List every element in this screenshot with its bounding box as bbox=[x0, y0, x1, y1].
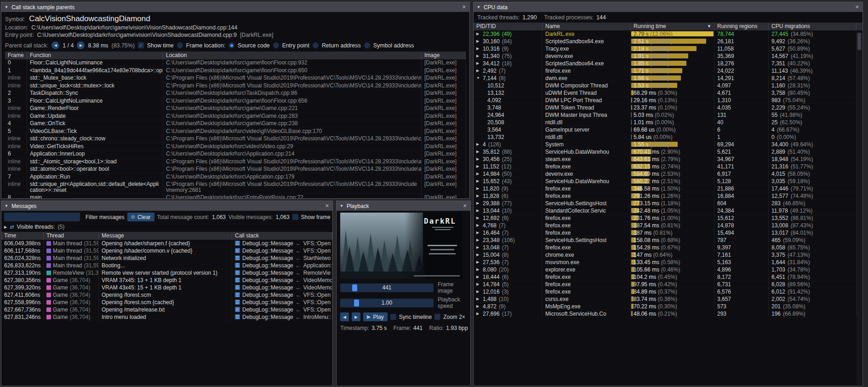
close-icon[interactable]: ✕ bbox=[855, 4, 859, 10]
column-header-running-time[interactable]: Running time ▼ bbox=[631, 23, 714, 30]
cpu-row[interactable]: 4,092DWM LPC Port Thread29.16 ms (0.13%)… bbox=[474, 97, 857, 104]
expand-tree-icon[interactable]: ▶ bbox=[476, 45, 480, 52]
cpu-row[interactable]: ▶11,828(6)firefox.exe291.26 ms (1.26%)16… bbox=[474, 192, 857, 200]
radio-source-code[interactable] bbox=[228, 42, 234, 48]
cpu-row[interactable]: 24,964DWM Master Input Threa5.03 ms (0.0… bbox=[474, 111, 857, 119]
clear-button[interactable]: ⊘ Clear bbox=[127, 213, 154, 221]
cpu-row[interactable]: ▶11,820(9)firefox.exe346.58 ms (1.50%)21… bbox=[474, 185, 857, 192]
expand-tree-icon[interactable]: ▶ bbox=[476, 295, 480, 302]
cpu-row[interactable]: ▶14,784(5)firefox.exe97.95 ms (0.42%)6,7… bbox=[474, 281, 857, 288]
show-frame-checkbox[interactable] bbox=[292, 214, 298, 220]
cpu-scrollbar-thumb[interactable] bbox=[857, 33, 861, 50]
cpu-row[interactable]: ▶13,048(7)firefox.exe154.28 ms (0.67%)9,… bbox=[474, 244, 857, 251]
cpu-row[interactable]: ▶4,872(9)MsMpEng.exe70.22 ms (0.30%)5732… bbox=[474, 303, 857, 310]
message-callstack[interactable]: DebugLog::Message←VFS::Open bbox=[232, 240, 332, 247]
cpu-row[interactable]: 3,564GameInput server69.68 us (0.00%)64(… bbox=[474, 126, 857, 133]
collapse-icon[interactable]: ▼ bbox=[477, 5, 480, 9]
message-callstack[interactable]: DebugLog::Message←VFS::Open bbox=[232, 291, 332, 298]
column-header-callstack[interactable]: Call stack bbox=[232, 232, 332, 240]
message-row[interactable]: 626,024,328nsMain thread(31,596)Network … bbox=[1, 254, 332, 262]
step-forward-button[interactable]: ▶ bbox=[352, 312, 360, 321]
cpu-row[interactable]: 3,748DWM Token Thread23.37 ms (0.10%)4,0… bbox=[474, 104, 857, 111]
column-header-time[interactable]: Time bbox=[1, 232, 44, 240]
message-row[interactable]: 606,117,568nsMain thread(31,596)Opening … bbox=[1, 247, 332, 254]
cpu-row[interactable]: ▶27,536(7)msvsmon.exe133.45 ms (0.58%)5,… bbox=[474, 259, 857, 266]
cpu-row[interactable]: ▶14,984(50)devenv.exe584.69 ms (2.53%)6,… bbox=[474, 170, 857, 178]
expand-tree-icon[interactable]: ▶ bbox=[476, 163, 480, 170]
expand-tree-icon[interactable]: ▶ bbox=[476, 266, 480, 273]
message-callstack[interactable]: DebugLog::Message←StartNetwo bbox=[232, 254, 332, 261]
message-callstack[interactable]: DebugLog::Message←IntroMenu:: bbox=[232, 313, 332, 320]
cpu-row[interactable]: ▶4(126)System1.55 s (6.70%)69,29434,400(… bbox=[474, 141, 857, 148]
collapse-icon[interactable]: ▼ bbox=[340, 204, 343, 208]
cpu-row[interactable]: ▶12,692(9)firefox.exe231.76 ms (1.00%)15… bbox=[474, 214, 857, 222]
callstack-frame-row[interactable]: 8mainC:\Users\wolf\Desktop\darkrl\src\En… bbox=[5, 194, 466, 199]
next-parent-button[interactable]: ▶ bbox=[77, 41, 85, 49]
expand-tree-icon[interactable]: ▶ bbox=[476, 170, 480, 177]
prev-parent-button[interactable]: ◀ bbox=[51, 41, 59, 49]
expand-tree-icon[interactable]: ▶ bbox=[476, 222, 480, 229]
expand-tree-icon[interactable]: ▶ bbox=[476, 237, 480, 243]
callstack-frame-row[interactable]: inlineVideo::GetTicksHiResC:\Users\wolf\… bbox=[5, 143, 466, 151]
radio-entry-point[interactable] bbox=[273, 42, 279, 48]
frame-slider[interactable]: 441 bbox=[340, 283, 434, 292]
message-row[interactable]: 627,558,996nsGame(36,704)Opening /forest… bbox=[1, 299, 332, 306]
cpu-titlebar[interactable]: ▼ CPU data ✕ bbox=[474, 2, 862, 12]
expand-tree-icon[interactable]: ▶ bbox=[476, 303, 480, 310]
callstack-frame-row[interactable]: 7Application::RunC:\Users\wolf\Desktop\d… bbox=[5, 173, 466, 181]
expand-tree-icon[interactable]: ▶ bbox=[476, 251, 480, 258]
message-row[interactable]: 627,380,356nsGame(36,704)VRAM 37x45: 13 … bbox=[1, 277, 332, 284]
cpu-row[interactable]: ▼7,144(8)dwm.exe1.66 s (7.18%)14,2918,21… bbox=[474, 75, 857, 82]
collapse-tree-icon[interactable]: ▼ bbox=[476, 75, 480, 81]
cpu-row[interactable]: ▶11,152(12)firefox.exe632.15 ms (2.74%)4… bbox=[474, 163, 857, 170]
cpu-row[interactable]: ▶13,044(10)StandardCollector.Servic242.4… bbox=[474, 207, 857, 214]
column-header-location[interactable]: Location bbox=[163, 52, 422, 59]
callstack-frame-row[interactable]: inlinestd::_Mutex_base::lockC:\Program F… bbox=[5, 75, 466, 82]
cpu-row[interactable]: ▶29,388(77)ServiceHub.SettingsHost273.15… bbox=[474, 200, 857, 207]
expand-tree-icon[interactable]: ▶ bbox=[476, 288, 480, 295]
message-callstack[interactable]: DebugLog::Message←VideoMemo bbox=[232, 284, 332, 291]
expand-tree-icon[interactable]: ▶ bbox=[476, 310, 480, 317]
sync-timeline-checkbox[interactable] bbox=[390, 314, 396, 320]
expand-tree-icon[interactable]: ▶ bbox=[476, 38, 480, 45]
message-row[interactable]: 626,833,622nsMain thread(31,596)Booting.… bbox=[1, 262, 332, 269]
cpu-row[interactable]: ▶35,812(88)ServiceHub.DataWarehou670.41 … bbox=[474, 148, 857, 156]
close-icon[interactable]: ✕ bbox=[325, 203, 329, 209]
close-icon[interactable]: ✕ bbox=[463, 203, 467, 209]
expand-tree-icon[interactable]: ▶ bbox=[476, 207, 480, 214]
message-callstack[interactable]: DebugLog::Message←VFS::Open bbox=[232, 306, 332, 313]
message-row[interactable]: 606,049,398nsMain thread(31,596)Opening … bbox=[1, 240, 332, 247]
expand-tree-icon[interactable]: ▶ bbox=[476, 244, 480, 251]
close-icon[interactable]: ✕ bbox=[462, 4, 466, 10]
zoom-checkbox[interactable] bbox=[434, 314, 440, 320]
cpu-row[interactable]: ▶4,768(7)firefox.exe187.54 ms (0.81%)14,… bbox=[474, 222, 857, 229]
cpu-row[interactable]: ▶2,492(7)firefox.exe1.71 s (7.42%)24,022… bbox=[474, 67, 857, 75]
expand-tree-icon[interactable]: ▶ bbox=[476, 229, 480, 236]
expand-tree-icon[interactable]: ▶ bbox=[476, 148, 480, 155]
expand-tree-icon[interactable]: ▶ bbox=[476, 185, 480, 192]
cpu-row[interactable]: ▶31,340(75)devenv.exe1.91 s (8.26%)35,36… bbox=[474, 52, 857, 60]
step-back-button[interactable]: ◀ bbox=[340, 312, 349, 321]
column-header-message[interactable]: Message bbox=[99, 232, 232, 240]
cpu-row[interactable]: ▶22,396(49)DarkRL.exe2.79 s (12.06%)78,7… bbox=[474, 30, 857, 38]
column-header-cpu-migrations[interactable]: CPU migrations bbox=[769, 23, 857, 30]
callstack-frame-row[interactable]: inlineGame::UpdateC:\Users\wolf\Desktop\… bbox=[5, 113, 466, 121]
expand-tree-icon[interactable]: ▶ bbox=[476, 30, 480, 37]
message-row[interactable]: 627,399,320nsGame(36,704)VRAM 43x45: 15 … bbox=[1, 284, 332, 291]
messages-titlebar[interactable]: ▼ Messages ✕ bbox=[1, 201, 332, 211]
expand-tree-icon[interactable]: ▶ bbox=[476, 156, 480, 162]
cpu-row[interactable]: 10,512DWM Compositor Thread1.53 s (6.63%… bbox=[474, 82, 857, 89]
message-callstack[interactable]: DebugLog::Message←RemoteVie bbox=[232, 269, 332, 276]
message-row[interactable]: 627,667,736nsGame(36,704)Opening /meta/r… bbox=[1, 306, 332, 313]
callstack-frame-row[interactable]: 0Floor::CalcLightNoLuminanceC:\Users\wol… bbox=[5, 59, 466, 67]
expand-tree-icon[interactable]: ▶ bbox=[476, 259, 480, 266]
message-callstack[interactable]: DebugLog::Message←Application: bbox=[232, 262, 332, 269]
cpu-row[interactable]: ▶12,016(3)firefox.exe84.89 ms (0.37%)6,5… bbox=[474, 288, 857, 295]
callstack-frame-row[interactable]: 4Game::OnTickC:\Users\wolf\Desktop\darkr… bbox=[5, 120, 466, 128]
visible-threads-toggle[interactable]: ▶ ⇄ Visible threads: (5) bbox=[1, 223, 332, 232]
message-row[interactable]: 627,411,606nsGame(36,704)Opening /forest… bbox=[1, 291, 332, 299]
speed-slider[interactable]: 1.00 bbox=[340, 299, 434, 307]
message-filter-input[interactable] bbox=[4, 213, 80, 221]
cpu-row[interactable]: ▶18,444(6)firefox.exe104.2 ms (0.45%)8,1… bbox=[474, 273, 857, 281]
column-header-image[interactable]: Image bbox=[422, 52, 466, 59]
